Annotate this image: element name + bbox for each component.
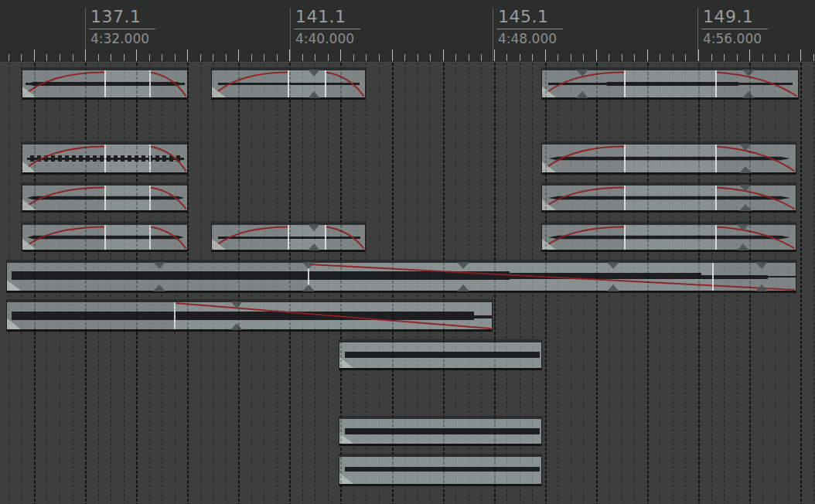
take-marker-line[interactable] [104, 145, 106, 172]
take-marker-line[interactable] [288, 70, 289, 97]
fade-in-handle[interactable] [542, 87, 556, 97]
audio-item[interactable] [541, 141, 796, 175]
stretch-marker[interactable] [737, 243, 749, 250]
fade-in-handle[interactable] [339, 473, 353, 484]
ruler-tick [506, 54, 507, 61]
stretch-marker[interactable] [742, 70, 755, 77]
audio-item[interactable] [211, 67, 366, 100]
fade-in-handle[interactable] [7, 318, 21, 329]
ruler-tick [98, 54, 99, 61]
stretch-marker[interactable] [308, 91, 320, 98]
stretch-marker[interactable] [308, 70, 320, 77]
waveform [510, 273, 701, 279]
ruler-tick [277, 54, 278, 61]
take-marker-line[interactable] [624, 145, 626, 172]
audio-item[interactable] [6, 299, 493, 332]
fade-in-handle[interactable] [22, 239, 36, 250]
take-marker-line[interactable] [624, 225, 626, 250]
stretch-marker[interactable] [230, 323, 243, 330]
audio-item[interactable] [339, 416, 542, 446]
stretch-marker[interactable] [739, 185, 752, 192]
stretch-marker[interactable] [739, 204, 752, 211]
stretch-marker[interactable] [739, 166, 752, 173]
fade-in-handle[interactable] [22, 199, 36, 210]
audio-item[interactable] [541, 182, 796, 213]
stretch-marker[interactable] [755, 262, 768, 269]
stretch-marker[interactable] [302, 284, 315, 291]
take-marker-line[interactable] [715, 145, 717, 172]
take-marker-line[interactable] [624, 70, 626, 97]
take-marker-line[interactable] [149, 225, 151, 250]
take-marker-line[interactable] [174, 302, 176, 329]
fade-in-handle[interactable] [339, 433, 353, 444]
audio-item[interactable] [339, 339, 542, 370]
ruler-time-label: 4:32.000 [90, 31, 149, 46]
take-marker-line[interactable] [715, 225, 717, 250]
fade-in-handle[interactable] [22, 87, 36, 97]
stretch-marker[interactable] [457, 262, 469, 269]
take-marker-line[interactable] [149, 70, 151, 97]
take-marker-line[interactable] [325, 70, 326, 97]
fade-in-handle[interactable] [7, 280, 21, 291]
audio-item[interactable] [541, 222, 796, 252]
ruler-time-label: 4:56.000 [703, 31, 762, 46]
audio-item[interactable] [211, 222, 366, 252]
audio-item[interactable] [22, 182, 188, 213]
ruler-tick [647, 49, 648, 61]
stretch-marker[interactable] [153, 284, 165, 291]
ruler-measure-label: 145.1 [498, 7, 548, 26]
fade-in-handle[interactable] [339, 357, 353, 368]
ruler-tick [430, 54, 431, 61]
ruler-tick [85, 49, 86, 61]
ruler-tick [340, 49, 341, 61]
audio-item[interactable] [541, 67, 799, 100]
stretch-marker[interactable] [153, 262, 165, 269]
stretch-marker[interactable] [457, 284, 469, 291]
audio-item[interactable] [22, 67, 188, 100]
ruler-tick [73, 54, 73, 61]
take-marker-line[interactable] [715, 70, 717, 97]
ruler-tick [800, 49, 801, 61]
fade-in-handle[interactable] [212, 239, 226, 250]
stretch-marker[interactable] [308, 243, 320, 250]
take-marker-line[interactable] [624, 186, 626, 210]
stretch-marker[interactable] [576, 70, 588, 77]
stretch-marker[interactable] [230, 301, 243, 308]
audio-item[interactable] [22, 141, 188, 175]
ruler-measure-underline [496, 29, 563, 29]
stretch-marker[interactable] [739, 144, 752, 151]
ruler-tick [238, 49, 239, 61]
take-marker-line[interactable] [715, 186, 717, 210]
take-marker-line[interactable] [104, 186, 106, 210]
fade-in-handle[interactable] [542, 239, 556, 250]
ruler-measure-label: 141.1 [295, 7, 346, 26]
stretch-marker[interactable] [308, 224, 320, 231]
stretch-marker[interactable] [755, 284, 768, 291]
ruler-tick [455, 54, 456, 61]
take-marker-line[interactable] [104, 70, 106, 97]
audio-item[interactable] [22, 222, 188, 252]
fade-in-handle[interactable] [212, 87, 226, 97]
waveform [345, 467, 540, 472]
stretch-marker[interactable] [302, 262, 315, 269]
take-marker-line[interactable] [712, 263, 714, 291]
audio-item[interactable] [339, 454, 542, 486]
fade-in-handle[interactable] [22, 162, 36, 172]
stretch-marker[interactable] [607, 284, 619, 291]
take-marker-line[interactable] [149, 186, 151, 210]
ruler-tick [749, 49, 750, 61]
ruler-measure-underline [701, 29, 768, 29]
take-marker-line[interactable] [288, 225, 289, 250]
stretch-marker[interactable] [607, 262, 619, 269]
take-marker-line[interactable] [149, 145, 151, 172]
take-marker-line[interactable] [104, 225, 106, 250]
stretch-marker[interactable] [742, 91, 755, 98]
audio-item[interactable] [6, 260, 796, 293]
arrange-area[interactable] [0, 62, 815, 504]
stretch-marker[interactable] [576, 91, 588, 98]
fade-in-handle[interactable] [542, 199, 556, 210]
stretch-marker[interactable] [737, 224, 749, 231]
fade-in-handle[interactable] [542, 162, 556, 172]
take-marker-line[interactable] [325, 225, 326, 250]
timeline-ruler[interactable]: 137.1 4:32.000 141.1 4:40.000 145.1 4:48… [0, 0, 815, 62]
